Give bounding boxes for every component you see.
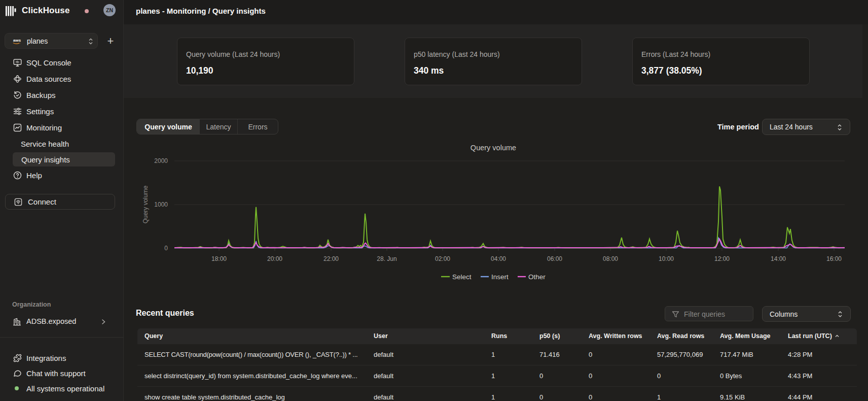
svg-text:06:00: 06:00: [547, 255, 562, 262]
svg-text:22:00: 22:00: [323, 255, 339, 262]
svg-text:Insert: Insert: [491, 273, 509, 281]
svg-text:Query volume: Query volume: [142, 185, 149, 223]
svg-text:2000: 2000: [154, 157, 168, 164]
svg-text:08:00: 08:00: [603, 255, 618, 262]
svg-text:Select: Select: [452, 273, 472, 281]
svg-text:Other: Other: [528, 273, 546, 281]
svg-text:04:00: 04:00: [491, 255, 506, 262]
svg-text:Query volume: Query volume: [471, 144, 516, 152]
svg-text:aws: aws: [13, 38, 21, 43]
svg-text:12:00: 12:00: [714, 255, 730, 262]
svg-text:0: 0: [164, 245, 168, 252]
svg-text:18:00: 18:00: [211, 255, 227, 262]
svg-text:16:00: 16:00: [826, 255, 842, 262]
svg-text:20:00: 20:00: [267, 255, 282, 262]
svg-text:14:00: 14:00: [771, 255, 786, 262]
svg-text:28. Jun: 28. Jun: [377, 255, 396, 262]
svg-text:10:00: 10:00: [659, 255, 674, 262]
svg-text:1000: 1000: [154, 201, 168, 208]
svg-text:02:00: 02:00: [435, 255, 450, 262]
